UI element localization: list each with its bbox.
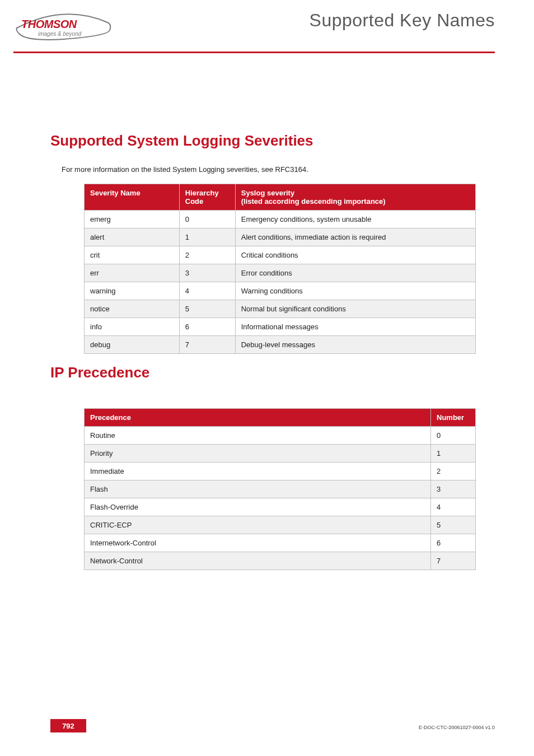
- cell-precedence: Internetwork-Control: [85, 534, 431, 552]
- precedence-table-body: Routine0 Priority1 Immediate2 Flash3 Fla…: [85, 427, 476, 570]
- cell-precedence: Priority: [85, 445, 431, 463]
- cell-code: 4: [179, 282, 235, 300]
- cell-code: 6: [179, 318, 235, 336]
- section1-intro: For more information on the listed Syste…: [62, 165, 495, 174]
- page-number-badge: 792: [50, 719, 86, 732]
- severity-table: Severity Name Hierarchy Code Syslog seve…: [84, 184, 476, 354]
- table-row: err3Error conditions: [85, 264, 476, 282]
- cell-desc: Emergency conditions, system unusable: [235, 211, 475, 228]
- col-header-precedence: Precedence: [85, 409, 431, 427]
- cell-code: 3: [179, 264, 235, 282]
- running-title: Supported Key Names: [310, 10, 495, 31]
- document-id: E-DOC-CTC-20061027-0004 v1.0: [419, 725, 495, 730]
- table-row: Priority1: [85, 445, 476, 463]
- table-row: Flash-Override4: [85, 498, 476, 516]
- table-row: Immediate2: [85, 463, 476, 480]
- logo-brand-text: THOMSON: [21, 18, 77, 30]
- cell-name: debug: [85, 336, 180, 354]
- cell-name: crit: [85, 246, 180, 264]
- cell-number: 3: [431, 480, 476, 498]
- cell-number: 4: [431, 498, 476, 516]
- section2-title: IP Precedence: [50, 364, 495, 381]
- cell-number: 1: [431, 445, 476, 463]
- cell-desc: Normal but significant conditions: [235, 300, 475, 318]
- col-header-severity-name: Severity Name: [85, 184, 180, 211]
- cell-desc: Alert conditions, immediate action is re…: [235, 228, 475, 246]
- table-row: debug7Debug-level messages: [85, 336, 476, 354]
- logo-tagline-text: images & beyond: [38, 31, 82, 37]
- content: Supported System Logging Severities For …: [0, 54, 534, 570]
- cell-code: 0: [179, 211, 235, 228]
- cell-number: 5: [431, 516, 476, 534]
- cell-number: 7: [431, 552, 476, 570]
- table-row: alert1Alert conditions, immediate action…: [85, 228, 476, 246]
- table-row: notice5Normal but significant conditions: [85, 300, 476, 318]
- table-row: Flash3: [85, 480, 476, 498]
- cell-desc: Warning conditions: [235, 282, 475, 300]
- table-header-row: Precedence Number: [85, 409, 476, 427]
- page-header: THOMSON images & beyond Supported Key Na…: [0, 0, 534, 54]
- thomson-logo-icon: THOMSON images & beyond: [13, 7, 114, 46]
- cell-code: 1: [179, 228, 235, 246]
- table-row: crit2Critical conditions: [85, 246, 476, 264]
- cell-number: 0: [431, 427, 476, 445]
- cell-desc: Informational messages: [235, 318, 475, 336]
- cell-name: err: [85, 264, 180, 282]
- col-header-number: Number: [431, 409, 476, 427]
- table-row: info6Informational messages: [85, 318, 476, 336]
- severity-table-body: emerg0Emergency conditions, system unusa…: [85, 211, 476, 354]
- cell-name: warning: [85, 282, 180, 300]
- cell-code: 2: [179, 246, 235, 264]
- cell-desc: Debug-level messages: [235, 336, 475, 354]
- cell-number: 6: [431, 534, 476, 552]
- cell-precedence: Flash: [85, 480, 431, 498]
- cell-precedence: CRITIC-ECP: [85, 516, 431, 534]
- page-footer: 792 E-DOC-CTC-20061027-0004 v1.0: [0, 716, 534, 732]
- brand-logo: THOMSON images & beyond: [13, 7, 114, 48]
- cell-name: info: [85, 318, 180, 336]
- table-row: warning4Warning conditions: [85, 282, 476, 300]
- cell-code: 7: [179, 336, 235, 354]
- cell-precedence: Flash-Override: [85, 498, 431, 516]
- cell-precedence: Network-Control: [85, 552, 431, 570]
- page: THOMSON images & beyond Supported Key Na…: [0, 0, 534, 756]
- cell-desc: Critical conditions: [235, 246, 475, 264]
- cell-precedence: Immediate: [85, 463, 431, 480]
- cell-precedence: Routine: [85, 427, 431, 445]
- table-row: emerg0Emergency conditions, system unusa…: [85, 211, 476, 228]
- cell-name: emerg: [85, 211, 180, 228]
- table-row: CRITIC-ECP5: [85, 516, 476, 534]
- table-header-row: Severity Name Hierarchy Code Syslog seve…: [85, 184, 476, 211]
- col-header-hierarchy-code: Hierarchy Code: [179, 184, 235, 211]
- cell-code: 5: [179, 300, 235, 318]
- cell-name: notice: [85, 300, 180, 318]
- table-row: Network-Control7: [85, 552, 476, 570]
- header-rule: [13, 52, 495, 53]
- table-row: Internetwork-Control6: [85, 534, 476, 552]
- precedence-table: Precedence Number Routine0 Priority1 Imm…: [84, 408, 476, 570]
- col-header-syslog-severity: Syslog severity (listed according descen…: [235, 184, 475, 211]
- cell-name: alert: [85, 228, 180, 246]
- table-row: Routine0: [85, 427, 476, 445]
- cell-number: 2: [431, 463, 476, 480]
- section1-title: Supported System Logging Severities: [50, 132, 495, 150]
- cell-desc: Error conditions: [235, 264, 475, 282]
